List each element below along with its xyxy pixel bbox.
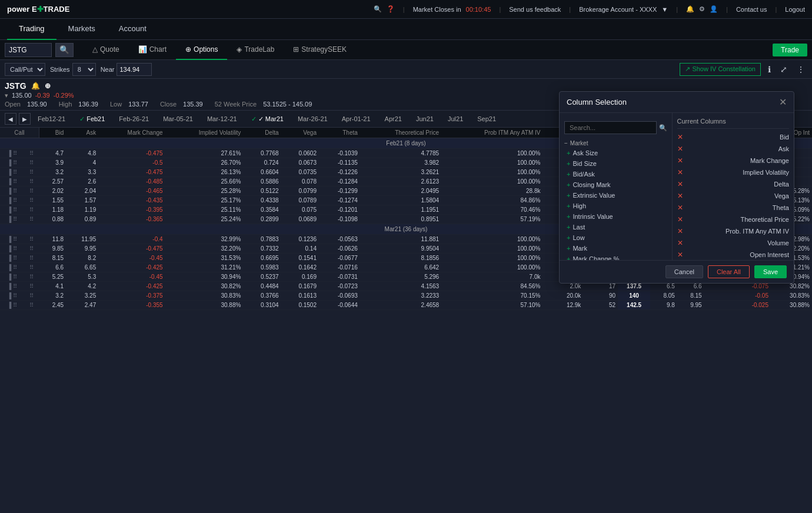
near-input[interactable] xyxy=(117,63,152,76)
more-options-icon[interactable]: ⋮ xyxy=(794,65,807,74)
expiry-nav-left[interactable]: ◀ xyxy=(5,113,16,125)
row-icons2[interactable]: ⠿ xyxy=(24,282,39,291)
contact-link[interactable]: Contact us xyxy=(736,6,767,13)
expiry-mar26-21[interactable]: Mar-26-21 xyxy=(291,114,335,124)
column-search-input[interactable] xyxy=(564,121,657,134)
row-icons[interactable]: ▐ ⠿ xyxy=(0,301,24,310)
row-icons2[interactable]: ⠿ xyxy=(24,301,39,310)
row-icons2[interactable]: ⠿ xyxy=(24,215,39,224)
callput-select[interactable]: Call/Put Call Put xyxy=(5,63,45,76)
available-column-item[interactable]: + Intrinsic Value xyxy=(560,211,672,222)
row-icons2[interactable]: ⠿ xyxy=(24,177,39,186)
row-icons[interactable]: ▐ ⠿ xyxy=(0,186,24,196)
dropdown-icon[interactable]: ▼ xyxy=(661,6,668,13)
clear-all-button[interactable]: Clear All xyxy=(708,265,750,278)
x-icon[interactable]: ✕ xyxy=(677,156,683,165)
gear-icon[interactable]: ⚙ xyxy=(699,5,705,13)
available-column-item[interactable]: + Mark xyxy=(560,243,672,254)
iv-constellation-button[interactable]: ↗ Show IV Constellation xyxy=(680,63,761,76)
row-icons2[interactable]: ⠿ xyxy=(24,244,39,254)
row-icons[interactable]: ▐ ⠿ xyxy=(0,158,24,168)
x-icon[interactable]: ✕ xyxy=(677,239,683,247)
row-icons2[interactable]: ⠿ xyxy=(24,263,39,272)
expand-icon[interactable]: ⤢ xyxy=(778,65,790,74)
market-group-header[interactable]: − Market xyxy=(560,138,672,148)
info-icon[interactable]: ℹ xyxy=(766,65,773,74)
table-row[interactable]: ▐ ⠿ ⠿ 2.45 2.47 -0.355 30.88% 0.3104 0.1… xyxy=(0,301,812,310)
logout-link[interactable]: Logout xyxy=(785,6,805,13)
row-icons[interactable]: ▐ ⠿ xyxy=(0,254,24,263)
row-icons[interactable]: ▐ ⠿ xyxy=(0,196,24,205)
feedback-link[interactable]: Send us feedback xyxy=(509,6,561,13)
row-icons[interactable]: ▐ ⠿ xyxy=(0,168,24,177)
available-column-item[interactable]: + Extrinsic Value xyxy=(560,190,672,201)
tab-options[interactable]: ⊕ Options xyxy=(176,40,227,60)
row-icons[interactable]: ▐ ⠿ xyxy=(0,205,24,215)
alert-icon[interactable]: 🔔 xyxy=(31,82,40,90)
row-icons[interactable]: ▐ ⠿ xyxy=(0,215,24,224)
expiry-feb21[interactable]: Feb21 xyxy=(72,114,112,125)
nav-account[interactable]: Account xyxy=(107,19,158,40)
symbol-search-button[interactable]: 🔍 xyxy=(55,43,74,57)
expiry-sep21[interactable]: Sep21 xyxy=(470,114,503,124)
x-icon[interactable]: ✕ xyxy=(677,251,683,259)
row-icons2[interactable]: ⠿ xyxy=(24,254,39,263)
expiry-jul21[interactable]: Jul21 xyxy=(441,114,470,124)
modal-close-button[interactable]: ✕ xyxy=(779,96,787,108)
search-icon[interactable]: 🔍 xyxy=(374,5,382,13)
available-column-item[interactable]: + Bid Size xyxy=(560,158,672,169)
available-column-item[interactable]: + Bid/Ask xyxy=(560,169,672,179)
x-icon[interactable]: ✕ xyxy=(677,168,683,176)
row-icons2[interactable]: ⠿ xyxy=(24,196,39,205)
bell-icon[interactable]: 🔔 xyxy=(686,5,694,13)
tab-strategyseek[interactable]: ⊞ StrategySEEK xyxy=(284,40,356,60)
row-icons2[interactable]: ⠿ xyxy=(24,186,39,196)
expiry-mar12-21[interactable]: Mar-12-21 xyxy=(200,114,244,124)
x-icon[interactable]: ✕ xyxy=(677,192,683,200)
row-icons[interactable]: ▐ ⠿ xyxy=(0,282,24,291)
x-icon[interactable]: ✕ xyxy=(677,145,683,153)
row-icons[interactable]: ▐ ⠿ xyxy=(0,149,24,158)
x-icon[interactable]: ✕ xyxy=(677,227,683,235)
x-icon[interactable]: ✕ xyxy=(677,133,683,141)
available-column-item[interactable]: + Low xyxy=(560,232,672,243)
row-icons2[interactable]: ⠿ xyxy=(24,158,39,168)
trade-button[interactable]: Trade xyxy=(773,44,807,56)
available-column-item[interactable]: + Ask Size xyxy=(560,148,672,158)
symbol-input[interactable] xyxy=(5,43,52,57)
table-row[interactable]: ▐ ⠿ ⠿ 3.2 3.25 -0.375 30.83% 0.3766 0.16… xyxy=(0,291,812,301)
expiry-mar21[interactable]: ✓ Mar21 xyxy=(244,114,291,125)
strikes-select[interactable]: 8 5 10 All xyxy=(72,63,96,76)
row-icons[interactable]: ▐ ⠿ xyxy=(0,177,24,186)
row-icons2[interactable]: ⠿ xyxy=(24,235,39,244)
nav-markets[interactable]: Markets xyxy=(56,19,107,40)
x-icon[interactable]: ✕ xyxy=(677,204,683,212)
expiry-apr01-21[interactable]: Apr-01-21 xyxy=(335,114,378,124)
question-icon[interactable]: ❓ xyxy=(387,5,395,13)
row-icons[interactable]: ▐ ⠿ xyxy=(0,235,24,244)
x-icon[interactable]: ✕ xyxy=(677,215,683,224)
save-button[interactable]: Save xyxy=(754,265,787,278)
expiry-apr21[interactable]: Apr21 xyxy=(378,114,409,124)
user-icon[interactable]: 👤 xyxy=(710,5,718,13)
expiry-nav-right[interactable]: ▶ xyxy=(19,113,31,125)
row-icons2[interactable]: ⠿ xyxy=(24,149,39,158)
row-icons2[interactable]: ⠿ xyxy=(24,291,39,301)
available-column-item[interactable]: + Last xyxy=(560,222,672,232)
tab-chart[interactable]: 📊 Chart xyxy=(129,40,176,60)
row-icons2[interactable]: ⠿ xyxy=(24,272,39,282)
available-column-item[interactable]: + Closing Mark xyxy=(560,179,672,190)
tab-quote[interactable]: △ Quote xyxy=(83,40,129,60)
cancel-button[interactable]: Cancel xyxy=(665,265,703,278)
available-column-item[interactable]: + High xyxy=(560,201,672,211)
add-column-icon[interactable]: ⊕ xyxy=(45,82,51,90)
expiry-jun21[interactable]: Jun21 xyxy=(409,114,441,124)
available-column-item[interactable]: + Mark Change % xyxy=(560,254,672,260)
nav-trading[interactable]: Trading xyxy=(7,19,56,40)
expiry-mar05-21[interactable]: Mar-05-21 xyxy=(156,114,200,124)
expiry-feb12-21[interactable]: Feb12-21 xyxy=(31,114,72,124)
tab-tradelab[interactable]: ◈ TradeLab xyxy=(227,40,284,60)
row-icons[interactable]: ▐ ⠿ xyxy=(0,291,24,301)
expiry-feb26-21[interactable]: Feb-26-21 xyxy=(112,114,156,124)
row-icons[interactable]: ▐ ⠿ xyxy=(0,272,24,282)
